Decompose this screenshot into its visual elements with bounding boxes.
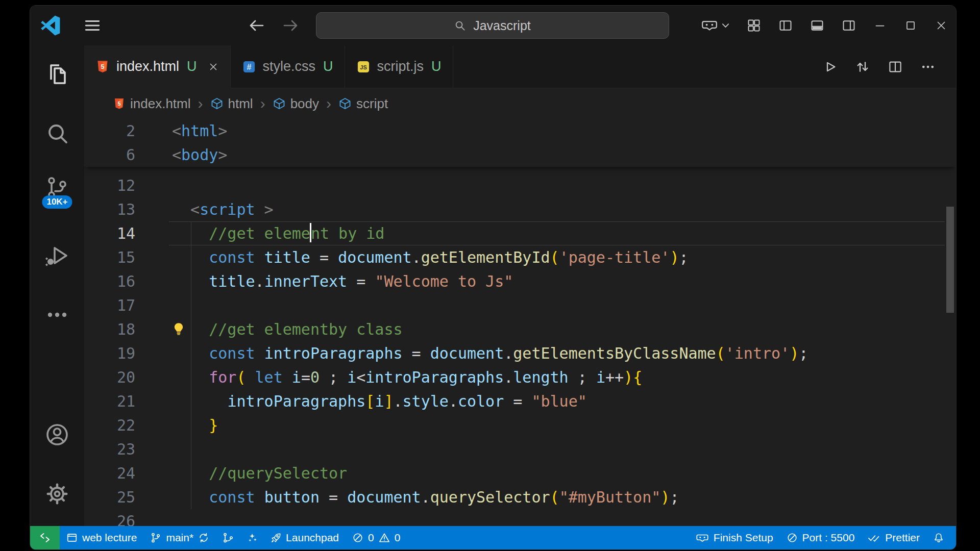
code-text: //get elementby class [172,317,956,341]
run-button[interactable] [822,59,838,74]
activity-run-debug[interactable] [45,243,69,268]
tab-style-css[interactable]: # style.css U [231,45,345,88]
toggle-sidebar-right-icon[interactable] [842,18,856,33]
vscode-logo-icon [40,15,61,36]
customize-layout-icon[interactable] [747,18,761,33]
code-line[interactable]: 22 } [84,413,956,437]
remote-indicator[interactable] [30,526,60,549]
code-editor[interactable]: 2<html>6<body> 1213 <script >14 //get el… [84,119,956,526]
git-branch-indicator[interactable]: main* [143,526,216,549]
formatter-label: Prettier [885,532,920,544]
source-control-graph-button[interactable] [216,526,240,549]
close-button[interactable] [935,19,948,32]
line-number: 16 [84,269,135,293]
code-line[interactable]: 23 [84,437,956,461]
code-line[interactable]: 21 introParagraphs[i].style.color = "blu… [84,389,956,413]
launchpad-button[interactable]: Launchpad [264,526,346,549]
code-line[interactable]: 13 <script > [84,197,956,221]
workspace-indicator[interactable]: web lecture [60,526,143,549]
toggle-panel-icon[interactable] [810,18,824,33]
split-editor-button[interactable] [888,59,903,74]
activity-account[interactable] [45,422,69,447]
code-line[interactable]: 18 //get elementby class [84,317,956,341]
command-center-search[interactable]: Javascript [316,12,669,39]
line-number: 19 [84,341,135,365]
port-indicator[interactable]: Port : 5500 [780,526,862,549]
code-text: } [172,413,956,437]
compare-changes-button[interactable] [855,59,870,74]
warning-count: 0 [395,532,401,544]
code-line[interactable]: 17 [84,293,956,317]
breadcrumb-script[interactable]: script [338,96,388,112]
scrollbar-thumb[interactable] [946,207,954,313]
line-number: 25 [84,485,135,509]
double-check-icon [868,533,880,543]
files-icon [45,62,69,86]
tab-script-js[interactable]: JS script.js U [345,45,453,88]
line-decorations [135,269,172,293]
maximize-button[interactable] [904,19,917,32]
activity-settings[interactable] [45,482,69,506]
sparkle-icon [247,533,257,543]
vscode-window: Javascript [30,5,957,550]
code-line[interactable]: 19 const introParagraphs = document.getE… [84,341,956,365]
notifications-button[interactable] [926,526,951,549]
sticky-line[interactable]: 6<body> [84,143,956,167]
line-number: 23 [84,437,135,461]
line-decorations [135,245,172,269]
window-icon [66,532,78,543]
sticky-line[interactable]: 2<html> [84,119,956,143]
code-line[interactable]: 25 const button = document.querySelector… [84,485,956,509]
lightbulb-icon[interactable] [171,321,186,337]
code-line[interactable]: 20 for( let i=0 ; i<introParagraphs.leng… [84,365,956,389]
code-line[interactable]: 14 //get element by id [84,221,956,245]
back-button[interactable] [247,15,267,36]
git-status-badge: U [323,59,333,74]
line-number: 20 [84,365,135,389]
activity-search[interactable] [45,121,69,146]
play-icon [822,59,838,74]
code-text: //querySelector [172,461,956,485]
sparkle-button[interactable] [240,526,264,549]
code-line[interactable]: 15 const title = document.getElementById… [84,245,956,269]
js-icon: JS [356,60,371,74]
code-text: //get element by id [172,221,956,245]
scrollbar[interactable] [946,119,954,526]
finish-setup-button[interactable]: Finish Setup [689,526,780,549]
sticky-scroll: 2<html>6<body> [84,119,956,167]
breadcrumb-body[interactable]: body [273,96,319,112]
activity-more[interactable] [45,303,69,327]
chevron-right-icon: › [325,96,332,111]
line-decorations [135,197,172,221]
symbol-cube-icon [210,97,224,110]
line-number: 15 [84,245,135,269]
more-actions-button[interactable] [920,59,936,74]
breadcrumb-label: body [290,96,319,112]
chevron-right-icon: › [197,96,204,111]
tab-index-html[interactable]: 5 index.html U [84,45,231,88]
search-icon [45,121,69,146]
breadcrumb-file[interactable]: 5 index.html [113,96,191,112]
code-lines: 1213 <script >14 //get element by id15 c… [84,173,956,526]
breadcrumb-html[interactable]: html [210,96,253,112]
copilot-icon [701,19,718,32]
minimize-button[interactable] [873,19,887,32]
code-line[interactable]: 26 [84,509,956,526]
code-line[interactable]: 16 title.innerText = "Welcome to Js" [84,269,956,293]
code-line[interactable]: 24 //querySelector [84,461,956,485]
copilot-menu[interactable] [701,19,729,32]
close-icon[interactable] [208,61,219,72]
port-label: Port : 5500 [802,532,855,544]
menu-icon[interactable] [82,15,103,36]
line-decorations [135,389,172,413]
line-decorations [135,317,172,341]
toggle-sidebar-left-icon[interactable] [778,18,793,33]
formatter-indicator[interactable]: Prettier [861,526,926,549]
line-decorations [135,509,172,526]
forward-button[interactable] [280,15,301,36]
code-line[interactable]: 12 [84,173,956,197]
problems-indicator[interactable]: 0 0 [346,526,407,549]
breadcrumb: 5 index.html › html › body [84,88,956,119]
workspace-label: web lecture [82,532,137,544]
activity-explorer[interactable] [45,62,69,86]
